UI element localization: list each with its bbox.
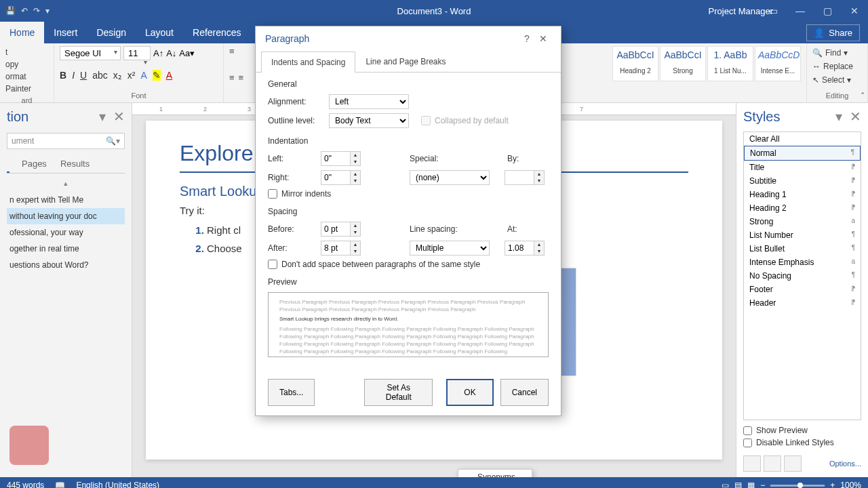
collapse-ribbon-icon[interactable]: ˄ <box>861 91 865 101</box>
style-list-bullet[interactable]: List Bullet¶ <box>744 242 861 256</box>
style-header[interactable]: Header⁋ <box>744 296 861 310</box>
by-spinner[interactable]: ▲▼ <box>505 170 545 185</box>
alignment-select[interactable]: Left <box>329 94 409 109</box>
set-default-button[interactable]: Set As Default <box>364 379 433 406</box>
underline-button[interactable]: U <box>80 70 87 81</box>
nav-tab-headings[interactable] <box>7 155 9 173</box>
strikethrough-button[interactable]: abc <box>92 70 108 81</box>
line-spacing-select[interactable]: Multiple <box>410 241 490 256</box>
format-painter-button[interactable]: ormat Painter <box>5 70 48 95</box>
nav-item[interactable]: n expert with Tell Me <box>7 192 125 208</box>
nav-dropdown-icon[interactable]: ▾ <box>99 109 106 124</box>
style-strong[interactable]: AaBbCcIStrong <box>660 46 706 81</box>
show-preview-checkbox[interactable]: Show Preview <box>743 426 861 435</box>
style-list-number[interactable]: List Number¶ <box>744 228 861 242</box>
word-count[interactable]: 445 words <box>7 481 44 488</box>
ok-button[interactable]: OK <box>446 379 493 406</box>
menu-item-synonyms[interactable]: Synonyms <box>458 470 532 477</box>
style-subtitle[interactable]: Subtitle⁋ <box>744 174 861 188</box>
replace-button[interactable]: ↔Replace <box>812 60 862 73</box>
spell-check-icon[interactable]: 📖 <box>55 481 65 488</box>
before-spinner[interactable]: ▲▼ <box>321 222 361 237</box>
style-clear-all[interactable]: Clear All <box>744 132 861 146</box>
styles-dropdown-icon[interactable]: ▾ <box>835 109 842 124</box>
redo-icon[interactable]: ↷ <box>33 6 40 16</box>
qat-dropdown-icon[interactable]: ▾ <box>45 6 50 16</box>
style-normal[interactable]: Normal¶ <box>744 146 861 161</box>
style-heading1[interactable]: Heading 1⁋ <box>744 188 861 201</box>
styles-options-link[interactable]: Options... <box>829 460 861 468</box>
superscript-button[interactable]: x² <box>127 70 136 81</box>
outline-select[interactable]: Body Text <box>329 113 409 128</box>
zoom-out-button[interactable]: − <box>760 481 765 488</box>
language-status[interactable]: English (United States) <box>76 481 159 488</box>
tab-indents-spacing[interactable]: Indents and Spacing <box>261 52 355 73</box>
style-no-spacing[interactable]: No Spacing¶ <box>744 269 861 283</box>
font-color-icon[interactable]: A <box>166 70 172 81</box>
style-footer[interactable]: Footer⁋ <box>744 283 861 296</box>
change-case-icon[interactable]: Aa▾ <box>179 48 195 58</box>
highlight-icon[interactable]: ✎ <box>153 70 161 81</box>
styles-close-icon[interactable]: ✕ <box>850 109 861 124</box>
nav-item[interactable]: without leaving your doc <box>7 208 125 224</box>
find-button[interactable]: 🔍Find▾ <box>812 46 862 60</box>
cancel-button[interactable]: Cancel <box>500 379 549 406</box>
style-intense-emphasis[interactable]: AaBbCcDIntense E... <box>755 46 801 81</box>
font-size-select[interactable]: 11 <box>123 46 151 60</box>
ribbon-options-icon[interactable]: ▭ <box>760 5 787 16</box>
minimize-icon[interactable]: — <box>787 5 814 16</box>
copy-button[interactable]: opy <box>5 58 48 70</box>
nav-search-input[interactable]: ument 🔍▾ <box>7 133 125 149</box>
select-button[interactable]: ↖Select▾ <box>812 73 862 87</box>
style-gallery[interactable]: AaBbCcIHeading 2 AaBbCcIStrong 1. AaBb1 … <box>612 46 801 81</box>
nav-item[interactable]: uestions about Word? <box>7 257 125 273</box>
manage-styles-button[interactable] <box>784 455 802 472</box>
nav-item[interactable]: ogether in real time <box>7 241 125 257</box>
dialog-close-button[interactable]: ✕ <box>535 33 551 44</box>
new-style-button[interactable] <box>743 455 761 472</box>
nav-close-icon[interactable]: ✕ <box>113 109 125 124</box>
tab-layout[interactable]: Layout <box>136 22 183 43</box>
view-print-icon[interactable]: ▤ <box>734 481 742 488</box>
bullets-icon[interactable]: ≡ <box>229 46 235 56</box>
zoom-in-button[interactable]: + <box>830 481 835 488</box>
align-left-icon[interactable]: ≡ <box>229 73 235 83</box>
disable-linked-checkbox[interactable]: Disable Linked Styles <box>743 438 861 447</box>
style-heading2[interactable]: Heading 2⁋ <box>744 201 861 215</box>
nav-tab-pages[interactable]: Pages <box>20 155 48 173</box>
mirror-indents-checkbox[interactable]: Mirror indents <box>268 189 549 199</box>
font-family-select[interactable]: Segoe UI <box>60 46 121 60</box>
close-icon[interactable]: ✕ <box>841 5 868 16</box>
nav-tab-results[interactable]: Results <box>59 155 91 173</box>
bold-button[interactable]: B <box>60 70 66 81</box>
italic-button[interactable]: I <box>72 70 75 81</box>
after-spinner[interactable]: ▲▼ <box>321 241 361 256</box>
nav-item[interactable]: ofessional, your way <box>7 224 125 241</box>
no-space-same-style-checkbox[interactable]: Don't add space between paragraphs of th… <box>268 260 549 269</box>
tab-insert[interactable]: Insert <box>44 22 87 43</box>
shrink-font-icon[interactable]: A↓ <box>166 48 176 58</box>
style-title[interactable]: Title⁋ <box>744 161 861 174</box>
share-button[interactable]: 👤 Share <box>806 24 860 41</box>
at-spinner[interactable]: ▲▼ <box>505 241 545 256</box>
zoom-level[interactable]: 100% <box>840 481 861 488</box>
tab-line-page-breaks[interactable]: Line and Page Breaks <box>355 51 456 72</box>
view-web-icon[interactable]: ▦ <box>747 481 755 488</box>
text-effects-icon[interactable]: A <box>140 70 146 81</box>
tabs-button[interactable]: Tabs... <box>268 379 315 406</box>
view-read-icon[interactable]: ▭ <box>722 481 729 488</box>
grow-font-icon[interactable]: A↑ <box>153 48 163 58</box>
cut-button[interactable]: t <box>5 46 48 58</box>
special-select[interactable]: (none) <box>410 170 490 185</box>
align-center-icon[interactable]: ≡ <box>239 73 244 83</box>
style-list-number[interactable]: 1. AaBb1 List Nu... <box>707 46 753 81</box>
style-heading2[interactable]: AaBbCcIHeading 2 <box>612 46 658 81</box>
zoom-slider[interactable] <box>770 485 825 487</box>
indent-left-spinner[interactable]: ▲▼ <box>321 151 361 166</box>
undo-icon[interactable]: ↶ <box>21 6 28 16</box>
dialog-help-button[interactable]: ? <box>519 33 535 44</box>
style-strong[interactable]: Stronga <box>744 215 861 228</box>
tab-references[interactable]: References <box>183 22 251 43</box>
style-inspector-button[interactable] <box>764 455 781 472</box>
style-intense-emphasis[interactable]: Intense Emphasisa <box>744 256 861 269</box>
